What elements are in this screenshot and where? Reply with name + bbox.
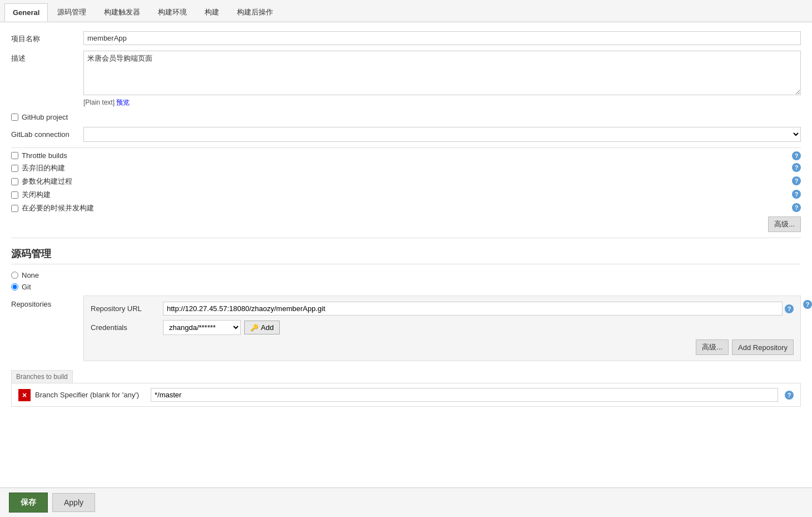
gitlab-connection-row: GitLab connection bbox=[11, 127, 801, 142]
source-management-heading: 源码管理 bbox=[11, 247, 801, 264]
branch-specifier-input[interactable] bbox=[151, 388, 778, 402]
tab-source[interactable]: 源码管理 bbox=[49, 2, 95, 22]
add-cred-label: Add bbox=[261, 323, 274, 332]
repositories-section: Repositories Repository URL ? Credential… bbox=[11, 296, 801, 361]
tab-general[interactable]: General bbox=[4, 3, 48, 22]
save-button[interactable]: 保存 bbox=[9, 493, 48, 501]
radio-git[interactable] bbox=[11, 283, 18, 290]
delete-branch-button[interactable]: × bbox=[18, 389, 31, 401]
close-build-help-icon[interactable]: ? bbox=[792, 190, 801, 199]
branch-specifier-row: × Branch Specifier (blank for 'any') ? bbox=[11, 383, 801, 407]
concurrent-build-help-icon[interactable]: ? bbox=[792, 203, 801, 212]
throttle-builds-help-icon[interactable]: ? bbox=[792, 151, 801, 160]
radio-none-label: None bbox=[22, 271, 39, 279]
project-name-label: 项目名称 bbox=[11, 31, 83, 44]
apply-button[interactable]: Apply bbox=[52, 493, 95, 501]
key-icon: 🔑 bbox=[250, 324, 259, 332]
param-build-checkbox[interactable] bbox=[11, 178, 18, 185]
radio-git-label: Git bbox=[22, 283, 31, 291]
github-project-checkbox[interactable] bbox=[11, 114, 18, 121]
concurrent-build-label: 在必要的时候并发构建 bbox=[22, 203, 94, 213]
discard-builds-help-icon[interactable]: ? bbox=[792, 163, 801, 172]
branch-specifier-help-icon[interactable]: ? bbox=[785, 391, 794, 400]
throttle-builds-label: Throttle builds bbox=[22, 151, 67, 160]
github-project-row: GitHub project bbox=[11, 113, 801, 121]
gitlab-connection-label: GitLab connection bbox=[11, 130, 83, 139]
repo-actions: 高级... Add Repository bbox=[91, 339, 794, 355]
bottom-bar: 保存 Apply bbox=[0, 488, 812, 501]
branch-specifier-label: Branch Specifier (blank for 'any') bbox=[35, 391, 146, 399]
close-build-checkbox[interactable] bbox=[11, 191, 18, 199]
description-row: 描述 米唐会员导购端页面 [Plain text] 预览 bbox=[11, 51, 801, 107]
discard-builds-checkbox[interactable] bbox=[11, 165, 18, 172]
add-repository-button[interactable]: Add Repository bbox=[732, 339, 794, 355]
repo-url-help-icon[interactable]: ? bbox=[785, 304, 794, 313]
tab-post[interactable]: 构建后操作 bbox=[229, 2, 281, 22]
concurrent-build-row: 在必要的时候并发构建 ? bbox=[11, 203, 801, 213]
branches-header: Branches to build bbox=[11, 370, 73, 383]
description-input[interactable]: 米唐会员导购端页面 bbox=[83, 51, 801, 95]
project-name-row: 项目名称 bbox=[11, 31, 801, 45]
project-name-wrap bbox=[83, 31, 801, 45]
preview-link[interactable]: 预览 bbox=[116, 99, 130, 106]
credentials-select[interactable]: zhangda/****** bbox=[163, 320, 241, 335]
github-project-label: GitHub project bbox=[22, 113, 68, 121]
radio-none[interactable] bbox=[11, 272, 18, 279]
close-build-row: 关闭构建 ? bbox=[11, 190, 801, 200]
credentials-row: Credentials zhangda/****** 🔑 Add bbox=[91, 320, 794, 335]
description-label: 描述 bbox=[11, 51, 83, 63]
discard-builds-row: 丢弃旧的构建 ? bbox=[11, 163, 801, 173]
plain-text-note: [Plain text] 预览 bbox=[83, 98, 801, 107]
credentials-wrap: zhangda/****** 🔑 Add bbox=[163, 320, 280, 335]
gitlab-connection-select[interactable] bbox=[83, 127, 801, 142]
tabs-bar: General 源码管理 构建触发器 构建环境 构建 构建后操作 bbox=[0, 0, 812, 22]
param-build-label: 参数化构建过程 bbox=[22, 176, 72, 186]
tab-build[interactable]: 构建 bbox=[196, 2, 227, 22]
repositories-help-icon[interactable]: ? bbox=[803, 300, 812, 309]
param-build-help-icon[interactable]: ? bbox=[792, 176, 801, 185]
repositories-box: Repository URL ? Credentials zhangda/***… bbox=[83, 296, 801, 361]
repo-url-row: Repository URL ? bbox=[91, 302, 794, 316]
throttle-builds-row: Throttle builds ? bbox=[11, 151, 801, 160]
close-build-label: 关闭构建 bbox=[22, 190, 51, 200]
description-wrap: 米唐会员导购端页面 [Plain text] 预览 bbox=[83, 51, 801, 107]
project-name-input[interactable] bbox=[83, 31, 801, 45]
tab-env[interactable]: 构建环境 bbox=[150, 2, 195, 22]
credentials-label: Credentials bbox=[91, 323, 163, 332]
param-build-row: 参数化构建过程 ? bbox=[11, 176, 801, 186]
throttle-builds-checkbox[interactable] bbox=[11, 152, 18, 159]
add-credentials-button[interactable]: 🔑 Add bbox=[244, 321, 280, 334]
advanced-btn-wrap: 高级... bbox=[11, 216, 801, 232]
repo-url-input[interactable] bbox=[163, 302, 783, 316]
branches-section: Branches to build × Branch Specifier (bl… bbox=[11, 370, 801, 407]
radio-git-row: Git bbox=[11, 283, 801, 291]
concurrent-build-checkbox[interactable] bbox=[11, 205, 18, 212]
tab-triggers[interactable]: 构建触发器 bbox=[96, 2, 148, 22]
repo-advanced-button[interactable]: 高级... bbox=[696, 339, 729, 355]
repositories-label: Repositories bbox=[11, 296, 83, 361]
discard-builds-label: 丢弃旧的构建 bbox=[22, 163, 65, 173]
advanced-button[interactable]: 高级... bbox=[768, 216, 801, 232]
radio-none-row: None bbox=[11, 271, 801, 279]
repo-url-label: Repository URL bbox=[91, 304, 163, 313]
main-content: 项目名称 描述 米唐会员导购端页面 [Plain text] 预览 GitHub… bbox=[0, 22, 812, 501]
